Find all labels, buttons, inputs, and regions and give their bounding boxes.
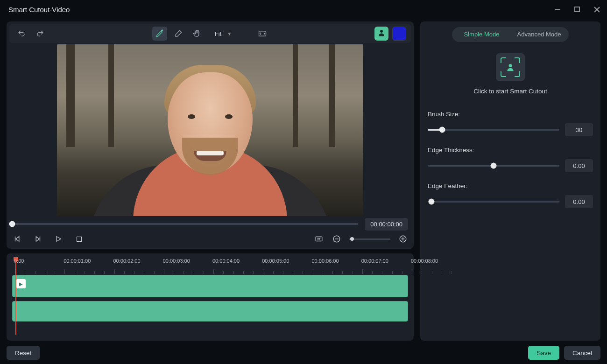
reset-button[interactable]: Reset xyxy=(7,346,40,360)
ruler-label: 00:00:02:00 xyxy=(113,258,141,264)
zoom-in-button[interactable] xyxy=(398,234,408,244)
brush-size-slider[interactable] xyxy=(428,129,559,131)
titlebar: Smart Cutout-Video xyxy=(0,0,607,19)
cutout-side-panel: Simple Mode Advanced Mode Click to start… xyxy=(420,21,600,341)
edge-thickness-label: Edge Thickness: xyxy=(428,147,474,154)
param-edge-thickness: Edge Thickness: 0.00 xyxy=(428,147,593,172)
cancel-button[interactable]: Cancel xyxy=(564,346,600,360)
fit-width-button[interactable] xyxy=(314,234,324,244)
param-edge-feather: Edge Feather: 0.00 xyxy=(428,182,593,208)
start-smart-cutout-button[interactable] xyxy=(496,53,525,81)
edge-thickness-slider[interactable] xyxy=(428,165,559,167)
preview-panel: Fit ▼ xyxy=(7,21,414,249)
close-button[interactable] xyxy=(593,6,600,13)
param-brush-size: Brush Size: 30 xyxy=(428,111,593,136)
timeline-zoom-slider[interactable] xyxy=(349,238,390,240)
background-color-swatch[interactable] xyxy=(392,27,406,41)
edge-feather-slider[interactable] xyxy=(428,201,559,203)
mode-tabs: Simple Mode Advanced Mode xyxy=(452,27,569,42)
chevron-down-icon: ▼ xyxy=(227,31,232,36)
next-frame-button[interactable] xyxy=(33,234,43,244)
ruler-label: 00:00:01:00 xyxy=(64,258,91,264)
svg-rect-6 xyxy=(77,237,81,241)
svg-point-13 xyxy=(509,64,512,67)
window-title: Smart Cutout-Video xyxy=(8,6,554,14)
edge-thickness-value[interactable]: 0.00 xyxy=(565,159,593,172)
foreground-preview-button[interactable] xyxy=(374,27,388,41)
tab-simple-mode[interactable]: Simple Mode xyxy=(453,28,510,41)
person-icon xyxy=(377,28,386,39)
play-button[interactable] xyxy=(53,234,64,244)
playback-scrubber[interactable] xyxy=(12,223,358,225)
ruler-label: 00:00:08:00 xyxy=(411,258,438,264)
play-icon: ▶ xyxy=(16,279,26,288)
timeline-ruler[interactable]: 0:0000:00:01:0000:00:02:0000:00:03:0000:… xyxy=(12,258,408,274)
brush-size-label: Brush Size: xyxy=(428,111,460,118)
timecode-display: 00:00:00:00 xyxy=(365,218,408,231)
compare-toggle[interactable] xyxy=(255,27,270,41)
zoom-select[interactable]: Fit ▼ xyxy=(208,27,236,40)
ruler-label: 00:00:06:00 xyxy=(312,258,339,264)
svg-rect-1 xyxy=(575,7,579,12)
svg-point-5 xyxy=(380,30,383,33)
stop-button[interactable] xyxy=(74,234,84,244)
edge-feather-label: Edge Feather: xyxy=(428,182,468,189)
preview-toolbar: Fit ▼ xyxy=(9,24,411,43)
zoom-select-label: Fit xyxy=(215,30,221,37)
audio-track[interactable] xyxy=(12,301,408,322)
save-button[interactable]: Save xyxy=(528,346,559,360)
zoom-out-button[interactable] xyxy=(332,234,342,244)
undo-button[interactable] xyxy=(14,27,29,41)
hand-tool[interactable] xyxy=(190,27,205,41)
start-cutout-hint: Click to start Smart Cutout xyxy=(473,88,547,95)
video-track[interactable]: ▶ xyxy=(12,275,408,297)
brush-add-tool[interactable] xyxy=(152,27,167,41)
video-preview[interactable] xyxy=(7,43,414,217)
maximize-button[interactable] xyxy=(573,6,581,13)
eraser-tool[interactable] xyxy=(171,27,186,41)
edge-feather-value[interactable]: 0.00 xyxy=(565,195,593,208)
tab-advanced-mode[interactable]: Advanced Mode xyxy=(510,28,568,41)
ruler-label: 00:00:07:00 xyxy=(361,258,388,264)
brush-size-value[interactable]: 30 xyxy=(565,123,593,136)
minimize-button[interactable] xyxy=(554,6,561,13)
footer: Reset Save Cancel xyxy=(0,345,607,364)
person-cutout-icon xyxy=(506,63,515,72)
ruler-label: 00:00:04:00 xyxy=(212,258,240,264)
redo-button[interactable] xyxy=(33,27,48,41)
ruler-label: 00:00:03:00 xyxy=(163,258,190,264)
timeline-panel: 0:0000:00:01:0000:00:02:0000:00:03:0000:… xyxy=(7,253,414,341)
ruler-label: 00:00:05:00 xyxy=(262,258,289,264)
prev-frame-button[interactable] xyxy=(12,234,22,244)
